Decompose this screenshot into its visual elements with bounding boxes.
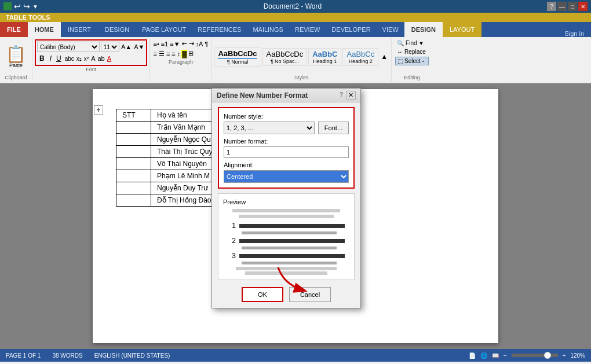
number-style-select[interactable]: 1, 2, 3, ... bbox=[224, 122, 315, 134]
italic-btn[interactable]: I bbox=[48, 54, 53, 63]
font-row2: B I U abc x₂ x² A ab A bbox=[37, 53, 145, 64]
preview-bar-1 bbox=[239, 224, 345, 228]
ribbon-group-editing: 🔍 Find ▼ ↔ Replace ⬚ Select - Editing bbox=[392, 38, 432, 82]
dialog-help-btn[interactable]: ? bbox=[338, 91, 345, 100]
table-cell: Võ Thái Nguyên bbox=[151, 158, 221, 170]
cancel-button[interactable]: Cancel bbox=[289, 287, 331, 302]
table-add-btn[interactable]: + bbox=[94, 105, 103, 115]
minimize-btn[interactable]: — bbox=[557, 2, 567, 11]
underline-btn[interactable]: U bbox=[54, 54, 63, 63]
preview-item-3: 3 bbox=[223, 252, 349, 260]
tab-review[interactable]: REVIEW bbox=[289, 22, 326, 37]
find-dropdown-icon[interactable]: ▼ bbox=[419, 41, 424, 46]
sort-btn[interactable]: ↕A bbox=[195, 40, 204, 48]
style-default-btn[interactable]: AaBbCcDc ¶ Normal bbox=[214, 47, 261, 67]
style-heading1-btn[interactable]: AaBbC Heading 1 bbox=[308, 48, 341, 66]
number-style-row: 1, 2, 3, ... Font... bbox=[224, 122, 349, 134]
redo-icon[interactable]: ↪ bbox=[23, 2, 30, 11]
tab-table-design[interactable]: DESIGN bbox=[404, 22, 443, 37]
superscript-btn[interactable]: x² bbox=[83, 55, 89, 62]
table-cell bbox=[116, 146, 151, 158]
ribbon: 📋 Paste Clipboard Calibri (Body) 11 A▲ A… bbox=[0, 37, 591, 83]
multilevel-btn[interactable]: ≡▼ bbox=[169, 40, 180, 48]
ok-button[interactable]: OK bbox=[242, 287, 283, 302]
number-format-input[interactable] bbox=[224, 146, 349, 158]
find-icon: 🔍 bbox=[397, 40, 404, 46]
preview-subbar-1 bbox=[242, 231, 337, 234]
number-style-section: Number style: 1, 2, 3, ... Font... bbox=[224, 113, 349, 134]
ribbon-group-styles: AaBbCcDc ¶ Normal AaBbCcDc ¶ No Spac... … bbox=[211, 38, 392, 82]
justify-btn[interactable]: ≡ bbox=[171, 50, 176, 58]
subscript-btn[interactable]: x₂ bbox=[76, 55, 82, 62]
dialog-title-buttons: ? ✕ bbox=[338, 91, 356, 100]
tab-view[interactable]: VIEW bbox=[377, 22, 404, 37]
more-icon[interactable]: ▼ bbox=[32, 3, 38, 10]
paragraph-group-label: Paragraph bbox=[152, 59, 209, 65]
zoom-out-btn[interactable]: − bbox=[504, 352, 507, 359]
bullets-btn[interactable]: ≡• bbox=[152, 40, 159, 48]
strikethrough-btn[interactable]: abc bbox=[64, 55, 75, 62]
shading-btn[interactable]: ▓ bbox=[181, 50, 187, 58]
line-spacing-btn[interactable]: ↕ bbox=[177, 50, 181, 58]
view-web-btn[interactable]: 🌐 bbox=[480, 352, 487, 359]
tab-mailings[interactable]: MAILINGS bbox=[247, 22, 289, 37]
view-print-btn[interactable]: 📄 bbox=[469, 352, 476, 359]
tab-design[interactable]: DESIGN bbox=[98, 22, 136, 37]
replace-btn[interactable]: ↔ Replace bbox=[395, 48, 429, 56]
borders-btn[interactable]: ⊞ bbox=[188, 49, 194, 58]
highlight-btn[interactable]: ab bbox=[97, 54, 105, 62]
table-cell: Trần Văn Mạnh bbox=[151, 122, 221, 134]
undo-icon[interactable]: ↩ bbox=[14, 2, 21, 11]
styles-scroll-up[interactable]: ▲ bbox=[380, 52, 389, 62]
styles-row: AaBbCcDc ¶ Normal AaBbCcDc ¶ No Spac... … bbox=[214, 39, 389, 74]
table-cell: Thái Thị Trúc Quy bbox=[151, 146, 221, 158]
alignment-section: Alignment: Centered bbox=[224, 161, 349, 183]
table-header-stt: STT bbox=[116, 109, 151, 122]
style-heading2-btn[interactable]: AaBbCc Heading 2 bbox=[342, 48, 378, 66]
paste-btn[interactable]: 📋 Paste bbox=[3, 39, 28, 75]
tab-developer[interactable]: DEVELOPER bbox=[326, 22, 376, 37]
font-grow-icon[interactable]: A▲ bbox=[121, 43, 132, 51]
align-center-btn[interactable]: ☰ bbox=[158, 49, 165, 58]
tab-insert[interactable]: INSERT bbox=[61, 22, 98, 37]
tab-layout[interactable]: LAYOUT bbox=[443, 22, 481, 37]
tab-file[interactable]: FILE bbox=[0, 22, 28, 37]
paste-label: Paste bbox=[9, 62, 23, 68]
style-no-spacing-btn[interactable]: AaBbCcDc ¶ No Spac... bbox=[262, 48, 308, 66]
show-formatting-btn[interactable]: ¶ bbox=[204, 40, 209, 48]
zoom-in-btn[interactable]: + bbox=[563, 352, 566, 359]
font-size-select[interactable]: 11 bbox=[101, 42, 119, 52]
tab-home[interactable]: HOME bbox=[28, 22, 61, 37]
dialog-close-btn[interactable]: ✕ bbox=[346, 91, 356, 100]
decrease-indent-btn[interactable]: ⇤ bbox=[181, 39, 188, 48]
save-icon[interactable] bbox=[3, 2, 12, 10]
font-color-btn[interactable]: A bbox=[107, 54, 112, 62]
alignment-select[interactable]: Centered bbox=[224, 170, 349, 183]
align-left-btn[interactable]: ≡ bbox=[152, 50, 157, 58]
preview-num-3: 3 bbox=[228, 252, 236, 260]
maximize-btn[interactable]: □ bbox=[568, 2, 577, 11]
align-right-btn[interactable]: ≡ bbox=[166, 50, 170, 58]
font-shrink-icon[interactable]: A▼ bbox=[133, 43, 145, 51]
numbering-btn[interactable]: ≡1 bbox=[160, 40, 169, 48]
find-btn[interactable]: 🔍 Find ▼ bbox=[395, 39, 429, 47]
tab-page-layout[interactable]: PAGE LAYOUT bbox=[136, 22, 192, 37]
font-button[interactable]: Font... bbox=[318, 122, 349, 134]
close-btn[interactable]: ✕ bbox=[578, 2, 588, 11]
view-read-btn[interactable]: 📖 bbox=[492, 352, 499, 359]
bold-btn[interactable]: B bbox=[37, 53, 47, 64]
preview-bar-3 bbox=[239, 254, 345, 258]
help-btn[interactable]: ? bbox=[547, 2, 556, 11]
font-name-select[interactable]: Calibri (Body) bbox=[37, 42, 100, 52]
zoom-slider[interactable] bbox=[512, 354, 558, 357]
increase-indent-btn[interactable]: ⇥ bbox=[188, 39, 195, 48]
quick-access-toolbar: ↩ ↪ ▼ bbox=[3, 2, 38, 11]
sign-in-btn[interactable]: Sign in bbox=[557, 30, 591, 37]
preview-label: Preview bbox=[223, 198, 349, 205]
preview-bottom-line2 bbox=[245, 271, 327, 275]
tab-references[interactable]: REFERENCES bbox=[192, 22, 247, 37]
text-effects-btn[interactable]: A bbox=[90, 54, 96, 62]
select-btn[interactable]: ⬚ Select - bbox=[395, 57, 429, 65]
zoom-thumb[interactable] bbox=[544, 352, 551, 359]
table-tools-bar: TABLE TOOLS bbox=[0, 13, 591, 22]
